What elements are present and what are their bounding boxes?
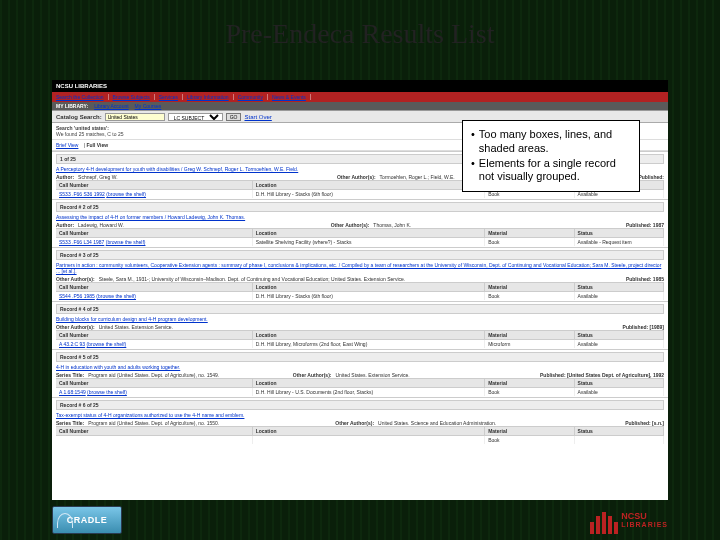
ncsu-libraries-logo: NCSU LIBRARIES (590, 506, 668, 534)
col-location: Location (253, 427, 485, 435)
author-label: Author: (56, 174, 74, 180)
annotation-callout: •Too many boxes, lines, and shaded areas… (462, 120, 640, 192)
author-value: Ladewig, Howard W. (78, 222, 327, 228)
start-over-link[interactable]: Start Over (244, 114, 271, 120)
nav-item[interactable]: Browse Subjects (113, 94, 155, 100)
location-value: D.H. Hill Library - Stacks (6th floor) (253, 190, 485, 198)
result-record: Record # 2 of 25Assessing the impact of … (52, 199, 668, 247)
col-status: Status (575, 427, 664, 435)
col-status: Status (575, 331, 664, 339)
column-headers: Call NumberLocationMaterialStatus (56, 378, 664, 388)
published-label: Published: 1987 (626, 222, 664, 228)
record-data-row: A 1.68:1549 (browse the shelf)D.H. Hill … (56, 388, 664, 396)
column-headers: Call NumberLocationMaterialStatus (56, 330, 664, 340)
record-title-link[interactable]: 4-H in education with youth and adults w… (56, 364, 180, 370)
browse-shelf-link[interactable]: (browse the shelf) (106, 191, 146, 197)
other-author-value: Thomas, John K. (373, 222, 622, 228)
subnav-item[interactable]: Library Account (94, 103, 128, 109)
brief-view-link[interactable]: Brief View (56, 142, 78, 148)
nav-item[interactable]: Community (238, 94, 268, 100)
search-type-dropdown[interactable]: LC SUBJECT (168, 113, 223, 121)
author-label: Other Author(s): (56, 276, 95, 282)
author-value: Program aid (United States. Dept. of Agr… (88, 372, 289, 378)
col-location: Location (253, 229, 485, 237)
other-author-label: Other Author(s): (337, 174, 376, 180)
material-value: Book (485, 292, 574, 300)
material-value: Microform (485, 340, 574, 348)
status-value (575, 436, 664, 444)
col-call: Call Number (56, 331, 253, 339)
record-title-link[interactable]: Building blocks for curriculum design an… (56, 316, 208, 322)
bullet-icon: • (471, 157, 475, 185)
bullet-icon: • (471, 128, 475, 156)
col-material: Material (485, 379, 574, 387)
column-headers: Call NumberLocationMaterialStatus (56, 426, 664, 436)
nav-item[interactable]: Search the Collection (56, 94, 109, 100)
record-data-row: Book (56, 436, 664, 444)
footer-logos: CRADLE NCSU LIBRARIES (52, 506, 668, 534)
browse-shelf-link[interactable]: (browse the shelf) (96, 293, 136, 299)
call-number-link[interactable]: A 43.2:C 93 (59, 341, 85, 347)
slide-title: Pre-Endeca Results List (0, 0, 720, 58)
search-input[interactable] (105, 113, 165, 121)
col-status: Status (575, 379, 664, 387)
col-location: Location (253, 181, 485, 189)
record-title-link[interactable]: Assessing the impact of 4-H on former me… (56, 214, 245, 220)
record-title-link[interactable]: Tax-exempt status of 4-H organizations a… (56, 412, 244, 418)
nav-item[interactable]: News & Events (272, 94, 311, 100)
result-record: Record # 6 of 25Tax-exempt status of 4-H… (52, 397, 668, 445)
location-value: D.H. Hill Library - Stacks (6th floor) (253, 292, 485, 300)
my-library-nav: MY LIBRARY: Library Account My Courses (52, 102, 668, 111)
column-headers: Call NumberLocationMaterialStatus (56, 228, 664, 238)
author-value: Steele, Sara M., 1931-; University of Wi… (99, 276, 622, 282)
browse-shelf-link[interactable]: (browse the shelf) (106, 239, 146, 245)
nav-item[interactable]: Services (159, 94, 183, 100)
status-value: Available (575, 340, 664, 348)
browse-shelf-link[interactable]: (browse the shelf) (87, 389, 127, 395)
col-status: Status (575, 283, 664, 291)
location-value (253, 436, 485, 444)
subnav-item[interactable]: My Courses (135, 103, 162, 109)
call-number-link[interactable]: A 1.68:1549 (59, 389, 86, 395)
nav-item[interactable]: Library Information (187, 94, 234, 100)
ncsu-logo-icon (590, 506, 618, 534)
material-value: Book (485, 238, 574, 246)
published-label: Published: [United States Dept. of Agric… (540, 372, 664, 378)
other-author-value: United States. Science and Education Adm… (378, 420, 621, 426)
author-label: Series Title: (56, 420, 84, 426)
other-author-label: Other Author(s): (335, 420, 374, 426)
author-value: Schnepf, Greg W. (78, 174, 333, 180)
other-author-label: Other Author(s): (293, 372, 332, 378)
result-record: Record # 4 of 25Building blocks for curr… (52, 301, 668, 349)
status-value: Available (575, 292, 664, 300)
record-header: Record # 3 of 25 (56, 250, 664, 260)
col-material: Material (485, 283, 574, 291)
col-material: Material (485, 331, 574, 339)
site-brand-bar: NCSU LIBRARIES (52, 80, 668, 92)
other-author-label: Other Author(s): (331, 222, 370, 228)
go-button[interactable]: GO (226, 113, 242, 121)
full-view-current: Full View (87, 142, 109, 148)
status-value: Available - Request item (575, 238, 664, 246)
call-number-link[interactable]: S544 .P56 1985 (59, 293, 95, 299)
col-status: Status (575, 229, 664, 237)
site-brand: NCSU LIBRARIES (56, 83, 107, 89)
material-value: Book (485, 388, 574, 396)
published-label: Published: 1985 (626, 276, 664, 282)
col-call: Call Number (56, 283, 253, 291)
col-call: Call Number (56, 229, 253, 237)
record-title-link[interactable]: Partners in action : community volunteer… (56, 262, 661, 274)
col-material: Material (485, 229, 574, 237)
published-label: Published: [s.n.] (625, 420, 664, 426)
record-title-link[interactable]: A Perceptory 4-H development for youth w… (56, 166, 298, 172)
status-value: Available (575, 388, 664, 396)
call-number-link[interactable]: S533 .F66 S36 1992 (59, 191, 105, 197)
browse-shelf-link[interactable]: (browse the shelf) (87, 341, 127, 347)
col-location: Location (253, 379, 485, 387)
primary-nav: Search the Collection Browse Subjects Se… (52, 92, 668, 102)
record-header: Record # 4 of 25 (56, 304, 664, 314)
call-number-link[interactable]: S533 .F66 L34 1987 (59, 239, 104, 245)
column-headers: Call NumberLocationMaterialStatus (56, 282, 664, 292)
author-value: United States. Extension Service. (99, 324, 619, 330)
record-header: Record # 6 of 25 (56, 400, 664, 410)
